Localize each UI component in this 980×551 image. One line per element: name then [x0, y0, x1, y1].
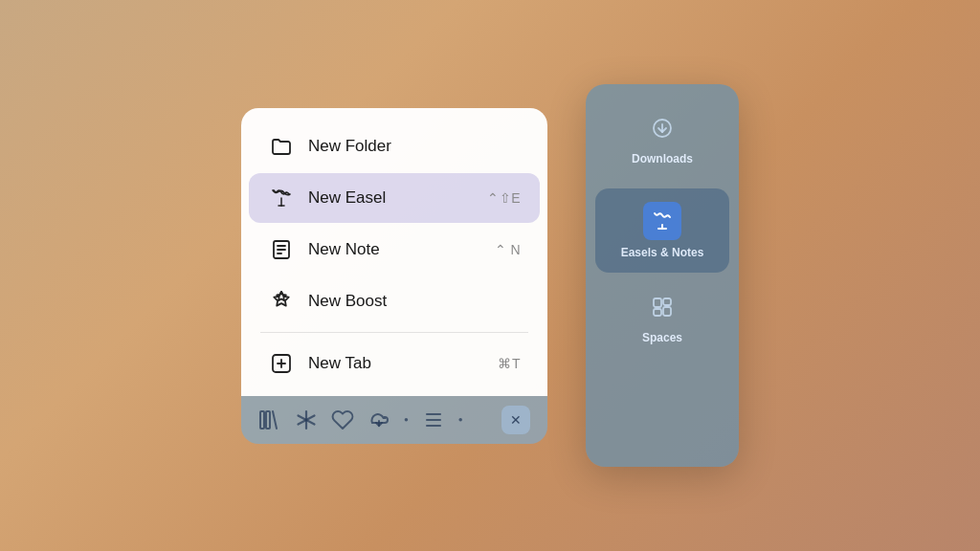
menu-item-new-tab[interactable]: New Tab ⌘T: [249, 339, 540, 388]
svg-rect-10: [260, 411, 264, 429]
new-tab-label: New Tab: [308, 354, 484, 373]
dot-icon[interactable]: ●: [404, 415, 409, 424]
menu-item-new-note[interactable]: New Note ⌃ N: [249, 225, 540, 275]
heart-icon[interactable]: [331, 408, 354, 431]
folder-icon: [268, 133, 295, 160]
new-note-shortcut: ⌃ N: [495, 242, 522, 257]
right-panel: Downloads Easels & Notes: [586, 84, 739, 467]
panel-item-downloads[interactable]: Downloads: [595, 103, 729, 179]
close-icon: ✕: [510, 412, 522, 428]
easels-notes-icon: [643, 202, 681, 240]
new-easel-label: New Easel: [308, 188, 474, 208]
svg-rect-24: [663, 307, 671, 316]
new-easel-shortcut: ⌃⇧E: [487, 190, 521, 206]
cloud-icon[interactable]: [368, 408, 390, 431]
menu-divider: [260, 332, 528, 333]
downloads-label: Downloads: [632, 152, 693, 165]
note-icon: [268, 236, 295, 263]
svg-rect-25: [663, 298, 671, 305]
menu-item-new-boost[interactable]: New Boost: [249, 276, 540, 326]
popup-container: New Folder New Easel ⌃⇧E: [241, 108, 547, 444]
svg-rect-26: [654, 309, 661, 316]
popup-wrapper: New Folder New Easel ⌃⇧E: [241, 108, 547, 444]
tools-icon[interactable]: [422, 408, 445, 431]
new-tab-icon: [268, 350, 295, 377]
panel-item-spaces[interactable]: Spaces: [595, 282, 729, 358]
easel-icon: [268, 185, 295, 211]
scene: New Folder New Easel ⌃⇧E: [241, 84, 739, 467]
spaces-label: Spaces: [642, 331, 682, 344]
new-folder-label: New Folder: [308, 137, 521, 156]
svg-rect-23: [654, 298, 661, 307]
new-boost-label: New Boost: [308, 292, 521, 311]
new-tab-shortcut: ⌘T: [498, 356, 521, 371]
menu-item-new-folder[interactable]: New Folder: [249, 121, 540, 171]
easels-notes-label: Easels & Notes: [621, 246, 704, 259]
library-icon[interactable]: [258, 408, 281, 431]
new-note-label: New Note: [308, 240, 481, 259]
dot2-icon[interactable]: ●: [458, 415, 463, 424]
close-button[interactable]: ✕: [501, 406, 530, 434]
asterisk-icon[interactable]: [295, 408, 318, 431]
panel-item-easels-notes[interactable]: Easels & Notes: [595, 188, 729, 273]
svg-rect-11: [266, 411, 270, 429]
dock-bar: ● ● ✕: [241, 396, 547, 444]
boost-icon: [268, 288, 295, 315]
popup-menu: New Folder New Easel ⌃⇧E: [241, 108, 547, 396]
downloads-icon: [651, 117, 674, 146]
menu-item-new-easel[interactable]: New Easel ⌃⇧E: [249, 173, 540, 223]
spaces-icon: [651, 296, 674, 325]
